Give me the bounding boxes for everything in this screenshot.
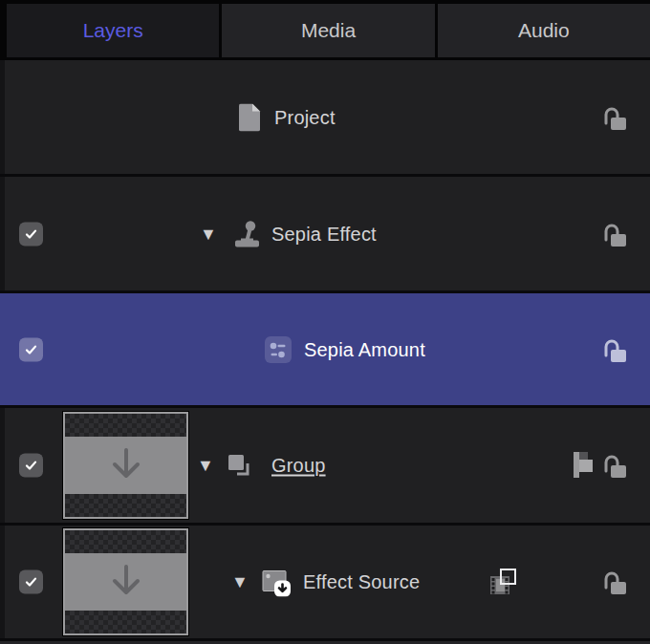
film-strip-icon <box>489 568 517 596</box>
drop-zone-icon <box>262 568 292 597</box>
activation-checkbox[interactable] <box>19 454 43 478</box>
layer-thumbnail[interactable] <box>63 528 188 635</box>
tab-audio[interactable]: Audio <box>438 4 650 57</box>
layer-row-group[interactable]: ▼ Group <box>0 408 650 526</box>
rig-icon <box>232 219 262 248</box>
unlock-icon[interactable] <box>602 451 628 480</box>
panel-tab-bar: Layers Media Audio <box>0 0 650 60</box>
layer-label: Sepia Effect <box>271 223 377 245</box>
transparency-checker <box>65 494 186 517</box>
checkmark-icon <box>24 226 38 241</box>
layer-row-project[interactable]: Project <box>0 60 650 177</box>
transparency-checker <box>65 611 186 633</box>
unlock-icon[interactable] <box>602 220 628 248</box>
activation-checkbox[interactable] <box>19 337 43 361</box>
checkmark-icon <box>24 459 38 473</box>
activation-checkbox[interactable] <box>19 222 43 246</box>
unlock-icon[interactable] <box>602 103 628 132</box>
unlock-icon[interactable] <box>602 568 628 596</box>
document-icon <box>239 103 261 131</box>
checkmark-icon <box>24 342 38 356</box>
unlock-icon[interactable] <box>602 335 628 364</box>
layer-row-sepia-effect[interactable]: ▼ Sepia Effect <box>0 177 650 293</box>
layer-label: Sepia Amount <box>304 338 425 360</box>
layer-label[interactable]: Group <box>271 455 326 477</box>
widget-icon <box>265 336 292 363</box>
group-icon <box>227 453 251 478</box>
disclosure-triangle[interactable]: ▼ <box>231 573 249 590</box>
layer-row-effect-source[interactable]: ▼ Effect Source <box>0 526 650 641</box>
disclosure-triangle[interactable]: ▼ <box>200 225 217 243</box>
flag-icon <box>574 452 595 479</box>
layer-row-sepia-amount[interactable]: Sepia Amount <box>0 293 650 408</box>
layer-thumbnail[interactable] <box>63 412 188 519</box>
disclosure-triangle[interactable]: ▼ <box>197 457 214 474</box>
drop-arrow-icon <box>65 437 186 494</box>
checkmark-icon <box>24 575 38 590</box>
tab-media[interactable]: Media <box>222 4 434 57</box>
layer-label: Project <box>274 106 336 128</box>
layers-panel: Layers Media Audio Project ▼ <box>0 0 650 644</box>
transparency-checker <box>65 414 186 437</box>
transparency-checker <box>65 530 186 553</box>
activation-checkbox[interactable] <box>19 570 43 594</box>
drop-arrow-icon <box>65 553 186 611</box>
tab-layers[interactable]: Layers <box>7 4 219 57</box>
layer-label: Effect Source <box>303 571 420 593</box>
